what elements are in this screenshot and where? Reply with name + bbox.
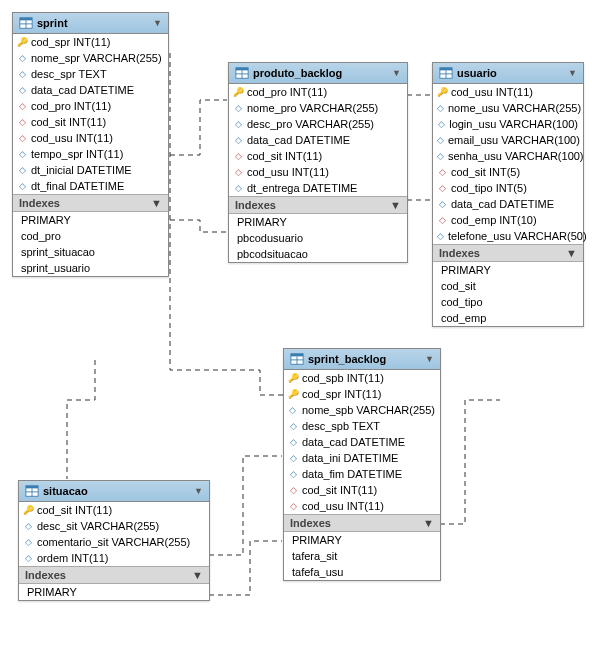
column-label: ordem INT(11) [37, 552, 109, 564]
column-dt_inicial[interactable]: ◇dt_inicial DATETIME [13, 162, 168, 178]
column-icon: ◇ [17, 85, 27, 95]
index-PRIMARY[interactable]: PRIMARY [284, 532, 440, 548]
column-email_usu[interactable]: ◇email_usu VARCHAR(100) [433, 132, 583, 148]
table-sprint[interactable]: sprint▼🔑cod_spr INT(11)◇nome_spr VARCHAR… [12, 12, 169, 277]
column-nome_pro[interactable]: ◇nome_pro VARCHAR(255) [229, 100, 407, 116]
column-icon: ◇ [437, 103, 444, 113]
column-cod_pro[interactable]: 🔑cod_pro INT(11) [229, 84, 407, 100]
collapse-icon[interactable]: ▼ [153, 18, 162, 28]
column-label: cod_usu INT(11) [247, 166, 329, 178]
table-header[interactable]: usuario▼ [433, 63, 583, 84]
table-sprint-backlog[interactable]: sprint_backlog▼🔑cod_spb INT(11)🔑cod_spr … [283, 348, 441, 581]
index-PRIMARY[interactable]: PRIMARY [433, 262, 583, 278]
column-desc_spb[interactable]: ◇desc_spb TEXT [284, 418, 440, 434]
column-data_cad[interactable]: ◇data_cad DATETIME [433, 196, 583, 212]
indexes-header[interactable]: Indexes▼ [229, 196, 407, 214]
indexes-header[interactable]: Indexes▼ [13, 194, 168, 212]
index-tafefa_usu[interactable]: tafefa_usu [284, 564, 440, 580]
fk-icon: ◇ [233, 167, 243, 177]
table-situacao[interactable]: situacao▼🔑cod_sit INT(11)◇desc_sit VARCH… [18, 480, 210, 601]
collapse-icon[interactable]: ▼ [566, 247, 577, 259]
table-produto-backlog[interactable]: produto_backlog▼🔑cod_pro INT(11)◇nome_pr… [228, 62, 408, 263]
index-tafera_sit[interactable]: tafera_sit [284, 548, 440, 564]
index-sprint_usuario[interactable]: sprint_usuario [13, 260, 168, 276]
column-nome_spr[interactable]: ◇nome_spr VARCHAR(255) [13, 50, 168, 66]
collapse-icon[interactable]: ▼ [194, 486, 203, 496]
collapse-icon[interactable]: ▼ [151, 197, 162, 209]
table-header[interactable]: produto_backlog▼ [229, 63, 407, 84]
column-label: cod_sit INT(5) [451, 166, 520, 178]
column-desc_spr[interactable]: ◇desc_spr TEXT [13, 66, 168, 82]
column-cod_pro[interactable]: ◇cod_pro INT(11) [13, 98, 168, 114]
column-telefone_usu[interactable]: ◇telefone_usu VARCHAR(50) [433, 228, 583, 244]
collapse-icon[interactable]: ▼ [192, 569, 203, 581]
indexes-header[interactable]: Indexes▼ [19, 566, 209, 584]
column-label: cod_usu INT(11) [302, 500, 384, 512]
column-dt_entrega[interactable]: ◇dt_entrega DATETIME [229, 180, 407, 196]
indexes-header[interactable]: Indexes▼ [284, 514, 440, 532]
column-senha_usu[interactable]: ◇senha_usu VARCHAR(100) [433, 148, 583, 164]
table-usuario[interactable]: usuario▼🔑cod_usu INT(11)◇nome_usu VARCHA… [432, 62, 584, 327]
column-ordem[interactable]: ◇ordem INT(11) [19, 550, 209, 566]
column-label: cod_spr INT(11) [31, 36, 110, 48]
collapse-icon[interactable]: ▼ [392, 68, 401, 78]
column-cod_spr[interactable]: 🔑cod_spr INT(11) [284, 386, 440, 402]
column-data_ini[interactable]: ◇data_ini DATETIME [284, 450, 440, 466]
column-nome_usu[interactable]: ◇nome_usu VARCHAR(255) [433, 100, 583, 116]
column-cod_emp[interactable]: ◇cod_emp INT(10) [433, 212, 583, 228]
column-label: data_cad DATETIME [31, 84, 134, 96]
column-cod_sit[interactable]: ◇cod_sit INT(5) [433, 164, 583, 180]
column-tempo_spr[interactable]: ◇tempo_spr INT(11) [13, 146, 168, 162]
column-icon: ◇ [437, 119, 445, 129]
column-data_cad[interactable]: ◇data_cad DATETIME [13, 82, 168, 98]
index-cod_sit[interactable]: cod_sit [433, 278, 583, 294]
column-cod_sit[interactable]: ◇cod_sit INT(11) [13, 114, 168, 130]
fk-icon: ◇ [288, 485, 298, 495]
table-title: produto_backlog [253, 67, 388, 79]
table-header[interactable]: sprint▼ [13, 13, 168, 34]
column-cod_usu[interactable]: 🔑cod_usu INT(11) [433, 84, 583, 100]
table-icon [19, 16, 33, 30]
indexes-label: Indexes [235, 199, 276, 211]
collapse-icon[interactable]: ▼ [423, 517, 434, 529]
index-PRIMARY[interactable]: PRIMARY [13, 212, 168, 228]
column-icon: ◇ [288, 453, 298, 463]
table-header[interactable]: situacao▼ [19, 481, 209, 502]
indexes-header[interactable]: Indexes▼ [433, 244, 583, 262]
column-cod_spb[interactable]: 🔑cod_spb INT(11) [284, 370, 440, 386]
column-label: data_cad DATETIME [247, 134, 350, 146]
collapse-icon[interactable]: ▼ [425, 354, 434, 364]
column-label: data_ini DATETIME [302, 452, 398, 464]
column-cod_usu[interactable]: ◇cod_usu INT(11) [229, 164, 407, 180]
column-cod_tipo[interactable]: ◇cod_tipo INT(5) [433, 180, 583, 196]
column-label: cod_pro INT(11) [31, 100, 111, 112]
column-data_fim[interactable]: ◇data_fim DATETIME [284, 466, 440, 482]
column-cod_usu[interactable]: ◇cod_usu INT(11) [284, 498, 440, 514]
table-header[interactable]: sprint_backlog▼ [284, 349, 440, 370]
index-cod_emp[interactable]: cod_emp [433, 310, 583, 326]
index-sprint_situacao[interactable]: sprint_situacao [13, 244, 168, 260]
column-desc_pro[interactable]: ◇desc_pro VARCHAR(255) [229, 116, 407, 132]
column-login_usu[interactable]: ◇login_usu VARCHAR(100) [433, 116, 583, 132]
column-label: cod_usu INT(11) [31, 132, 113, 144]
index-pbcodsituacao[interactable]: pbcodsituacao [229, 246, 407, 262]
collapse-icon[interactable]: ▼ [390, 199, 401, 211]
column-cod_sit[interactable]: 🔑cod_sit INT(11) [19, 502, 209, 518]
index-PRIMARY[interactable]: PRIMARY [19, 584, 209, 600]
column-cod_usu[interactable]: ◇cod_usu INT(11) [13, 130, 168, 146]
column-data_cad[interactable]: ◇data_cad DATETIME [229, 132, 407, 148]
column-data_cad[interactable]: ◇data_cad DATETIME [284, 434, 440, 450]
column-comentario_sit[interactable]: ◇comentario_sit VARCHAR(255) [19, 534, 209, 550]
column-cod_spr[interactable]: 🔑cod_spr INT(11) [13, 34, 168, 50]
column-dt_final[interactable]: ◇dt_final DATETIME [13, 178, 168, 194]
column-label: tempo_spr INT(11) [31, 148, 123, 160]
index-cod_tipo[interactable]: cod_tipo [433, 294, 583, 310]
index-pbcodusuario[interactable]: pbcodusuario [229, 230, 407, 246]
column-cod_sit[interactable]: ◇cod_sit INT(11) [229, 148, 407, 164]
index-cod_pro[interactable]: cod_pro [13, 228, 168, 244]
collapse-icon[interactable]: ▼ [568, 68, 577, 78]
column-cod_sit[interactable]: ◇cod_sit INT(11) [284, 482, 440, 498]
column-nome_spb[interactable]: ◇nome_spb VARCHAR(255) [284, 402, 440, 418]
column-desc_sit[interactable]: ◇desc_sit VARCHAR(255) [19, 518, 209, 534]
index-PRIMARY[interactable]: PRIMARY [229, 214, 407, 230]
